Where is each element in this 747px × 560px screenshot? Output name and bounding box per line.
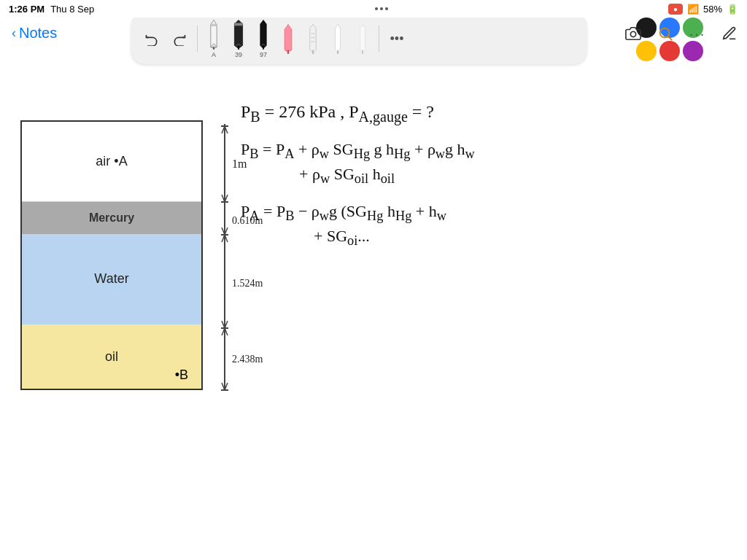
top-right-icons: ··· (622, 22, 741, 45)
battery-percentage: 58% (703, 4, 722, 15)
wifi-icon: 📶 (687, 4, 699, 15)
marker-tool[interactable]: 39 (228, 19, 249, 58)
marker-label: 39 (235, 51, 242, 58)
water-label: Water (94, 271, 128, 287)
pencil-label: A (212, 51, 216, 58)
eq-pb-line1: PB = PA + ρw SGHg g hHg + ρwg hw (241, 140, 732, 162)
eq-pa-line1: PA = PB − ρwg (SGHg hHg + hw (241, 202, 732, 224)
eq-given-text: PB = 276 kPa , PA,gauge = ? (241, 102, 732, 125)
notes-back-button[interactable]: ‹ Notes (0, 19, 69, 47)
striped-tool[interactable] (303, 23, 323, 54)
equation-given: PB = 276 kPa , PA,gauge = ? (241, 102, 732, 125)
layer-oil: oil •B (22, 324, 201, 389)
back-chevron-icon: ‹ (12, 26, 16, 41)
svg-marker-11 (285, 24, 292, 52)
svg-rect-7 (234, 23, 242, 26)
svg-point-22 (630, 31, 635, 36)
undo-button[interactable] (140, 27, 163, 50)
layer-water: Water (22, 234, 201, 324)
status-center (375, 7, 388, 10)
svg-marker-20 (360, 24, 365, 52)
recording-badge: ● (668, 4, 683, 15)
status-date: Thu 8 Sep (50, 4, 94, 15)
svg-marker-13 (310, 24, 316, 52)
highlighter-pink-tool[interactable] (278, 23, 298, 54)
eq-pa-line2: + SGoi... (241, 227, 732, 249)
layer-air: air •A (22, 122, 201, 202)
toolbar-divider-1 (197, 26, 198, 52)
svg-marker-18 (336, 24, 341, 52)
toolbar-more-button[interactable]: ••• (385, 27, 409, 50)
pen-label: 97 (260, 51, 267, 58)
svg-point-23 (660, 28, 670, 38)
layer-mercury: Mercury (22, 202, 201, 234)
pencil-tool[interactable]: A (204, 19, 224, 58)
battery-icon: 🔋 (727, 4, 738, 15)
svg-rect-3 (211, 24, 217, 26)
equation-pa: PA = PB − ρwg (SGHg hHg + hw + SGoi... (241, 202, 732, 249)
status-time: 1:26 PM (9, 4, 44, 15)
camera-button[interactable] (622, 22, 645, 45)
search-button[interactable] (654, 22, 677, 45)
fluid-container: air •A Mercury Water oil •B (20, 120, 203, 390)
drawing-toolbar: A 39 97 (131, 13, 587, 64)
svg-line-24 (668, 36, 672, 40)
white-pen-tool[interactable] (328, 23, 348, 54)
light-pen-tool[interactable] (352, 23, 373, 54)
toolbar-divider-2 (379, 26, 379, 52)
back-label: Notes (19, 25, 57, 42)
oil-label: oil (105, 349, 118, 365)
more-button[interactable]: ··· (686, 22, 709, 45)
equations-area: PB = 276 kPa , PA,gauge = ? PB = PA + ρw… (241, 102, 732, 531)
canvas-area: air •A Mercury Water oil •B (0, 73, 747, 560)
equation-pb: PB = PA + ρw SGHg g hHg + ρwg hw + ρw SG… (241, 140, 732, 187)
compose-button[interactable] (718, 22, 741, 45)
fluid-diagram: air •A Mercury Water oil •B (20, 120, 225, 397)
redo-button[interactable] (168, 27, 191, 50)
status-bar: 1:26 PM Thu 8 Sep ● 📶 58% 🔋 (0, 0, 747, 18)
point-b-label: •B (175, 368, 188, 383)
eq-pb-line2: + ρw SGoil hoil (241, 165, 732, 187)
mercury-label: Mercury (89, 211, 134, 225)
air-label: air •A (96, 154, 127, 169)
status-right: ● 📶 58% 🔋 (668, 4, 738, 15)
pen-tool[interactable]: 97 (253, 19, 274, 58)
